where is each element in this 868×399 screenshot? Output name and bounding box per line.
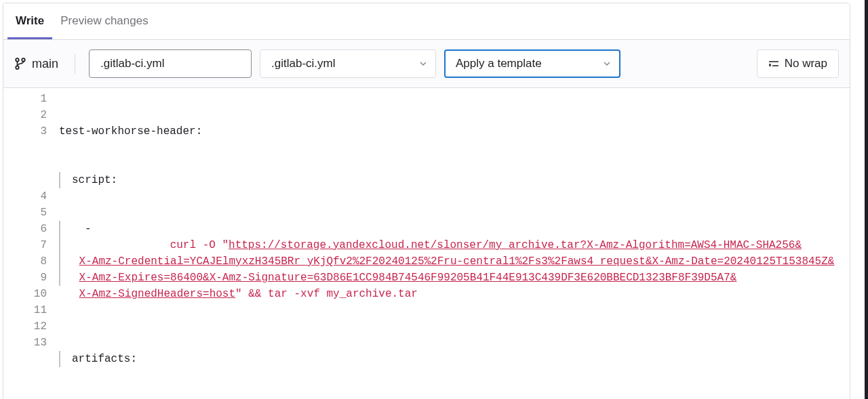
code-url: X-Amz-SignedHeaders=host bbox=[79, 288, 235, 300]
wrap-icon bbox=[768, 58, 779, 69]
tab-write[interactable]: Write bbox=[7, 5, 52, 39]
code-content[interactable]: test-workhorse-header: script: - curl -O… bbox=[59, 91, 850, 399]
code-url: X-Amz-Credential=YCAJElmyxzH345BRr_yKjQf… bbox=[79, 255, 835, 268]
scrollbar[interactable] bbox=[865, 0, 868, 399]
branch-selector[interactable]: main bbox=[14, 57, 58, 71]
branch-name: main bbox=[32, 57, 58, 71]
divider bbox=[75, 54, 75, 74]
chevron-down-icon bbox=[419, 60, 427, 68]
svg-point-1 bbox=[22, 58, 25, 62]
svg-point-0 bbox=[16, 58, 19, 62]
nowrap-button[interactable]: No wrap bbox=[757, 49, 839, 78]
editor-container: Write Preview changes main .gitlab-ci.ym… bbox=[3, 3, 850, 399]
template-select[interactable]: Apply a template bbox=[444, 49, 620, 78]
toolbar: main .gitlab-ci.yml Apply a template No … bbox=[3, 40, 850, 88]
code-editor[interactable]: 12345678910111213 test-workhorse-header:… bbox=[3, 88, 850, 399]
code-token: curl -O " bbox=[170, 239, 229, 251]
template-placeholder: Apply a template bbox=[456, 57, 542, 70]
code-token: test-workhorse-header: bbox=[59, 123, 202, 140]
branch-icon bbox=[14, 58, 26, 70]
svg-point-2 bbox=[16, 66, 19, 69]
code-url: X-Amz-Expires=86400&X-Amz-Signature=63D8… bbox=[79, 272, 737, 284]
tab-bar: Write Preview changes bbox=[3, 3, 850, 40]
filename-input[interactable] bbox=[89, 49, 252, 78]
filetype-select[interactable]: .gitlab-ci.yml bbox=[260, 49, 436, 78]
code-token: - bbox=[85, 221, 92, 318]
line-numbers-gutter: 12345678910111213 bbox=[3, 91, 59, 399]
tab-preview-changes[interactable]: Preview changes bbox=[52, 5, 156, 39]
nowrap-label: No wrap bbox=[785, 57, 827, 70]
filetype-value: .gitlab-ci.yml bbox=[271, 57, 335, 70]
chevron-down-icon bbox=[603, 60, 611, 68]
code-url: https://storage.yandexcloud.net/slonser/… bbox=[229, 239, 802, 251]
code-token: script: bbox=[72, 172, 117, 188]
code-token: artifacts: bbox=[72, 351, 137, 367]
code-token: " && tar -xvf my_archive.tar bbox=[235, 288, 418, 300]
